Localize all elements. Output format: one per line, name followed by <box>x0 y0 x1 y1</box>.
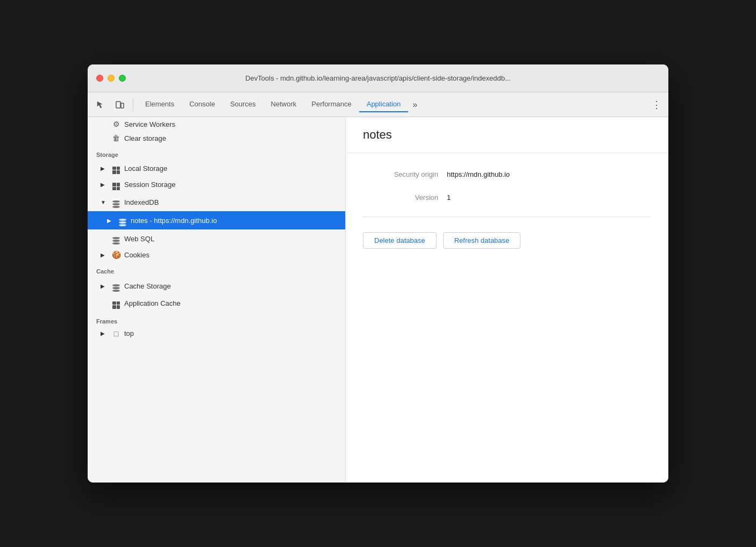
inspect-element-button[interactable] <box>92 96 109 113</box>
svg-rect-0 <box>116 102 120 108</box>
toolbar: Elements Console Sources Network Perform… <box>88 92 668 117</box>
sidebar-item-websql[interactable]: Web SQL <box>88 229 345 248</box>
content-divider <box>363 217 651 217</box>
sidebar-label-top: top <box>124 329 134 337</box>
minimize-button[interactable] <box>108 75 115 82</box>
sidebar-label-app-cache: Application Cache <box>124 299 181 307</box>
section-storage: Storage <box>88 145 345 160</box>
maximize-button[interactable] <box>119 75 126 82</box>
cookie-icon: 🍪 <box>111 250 121 259</box>
grid-icon <box>111 163 121 174</box>
devtools-menu-button[interactable]: ⋮ <box>649 97 664 112</box>
sidebar: ⚙ Service Workers 🗑 Clear storage Storag… <box>88 117 346 483</box>
sidebar-label-indexeddb: IndexedDB <box>124 198 159 206</box>
sidebar-label-websql: Web SQL <box>124 235 154 243</box>
chevron-right-icon: ▶ <box>101 165 108 171</box>
security-origin-value: https://mdn.github.io <box>447 170 510 178</box>
chevron-right-icon: ▶ <box>101 252 108 258</box>
svg-rect-1 <box>121 103 124 108</box>
sidebar-item-clear-storage[interactable]: 🗑 Clear storage <box>88 131 345 145</box>
database-icon <box>111 279 121 292</box>
chevron-right-icon: ▶ <box>101 330 108 336</box>
sidebar-label-clear-storage: Clear storage <box>124 134 166 142</box>
version-value: 1 <box>447 193 451 201</box>
content-header: notes <box>346 117 668 153</box>
section-frames: Frames <box>88 312 345 327</box>
sidebar-item-notes-db[interactable]: ▶ notes - https://mdn.github.io <box>88 211 345 229</box>
sidebar-label-cache-storage: Cache Storage <box>124 282 171 290</box>
sidebar-item-app-cache[interactable]: Application Cache <box>88 295 345 312</box>
database-icon <box>111 232 121 245</box>
security-origin-row: Security origin https://mdn.github.io <box>363 170 651 178</box>
delete-database-button[interactable]: Delete database <box>363 232 437 249</box>
tab-network[interactable]: Network <box>263 97 304 112</box>
sidebar-item-session-storage[interactable]: ▶ Session Storage <box>88 177 345 193</box>
content-title: notes <box>363 128 651 142</box>
tab-performance[interactable]: Performance <box>304 97 359 112</box>
window-title: DevTools - mdn.github.io/learning-area/j… <box>245 74 511 82</box>
refresh-database-button[interactable]: Refresh database <box>443 232 521 249</box>
tab-elements[interactable]: Elements <box>138 97 182 112</box>
chevron-right-icon: ▶ <box>107 218 115 224</box>
trash-icon: 🗑 <box>111 134 121 142</box>
tab-bar: Elements Console Sources Network Perform… <box>138 97 645 112</box>
tab-application[interactable]: Application <box>359 97 409 112</box>
version-row: Version 1 <box>363 193 651 201</box>
devtools-window: DevTools - mdn.github.io/learning-area/j… <box>88 64 668 483</box>
grid-icon <box>111 179 121 191</box>
device-icon <box>115 100 125 110</box>
sidebar-label-notes-db: notes - https://mdn.github.io <box>131 217 217 225</box>
content-panel: notes Security origin https://mdn.github… <box>346 117 668 483</box>
title-bar: DevTools - mdn.github.io/learning-area/j… <box>88 64 668 92</box>
security-origin-label: Security origin <box>363 170 438 178</box>
sidebar-item-cookies[interactable]: ▶ 🍪 Cookies <box>88 248 345 262</box>
sidebar-item-indexeddb[interactable]: ▼ IndexedDB <box>88 193 345 211</box>
more-tabs-button[interactable]: » <box>408 98 422 112</box>
toolbar-divider <box>133 98 133 111</box>
version-label: Version <box>363 193 438 201</box>
grid-icon <box>111 298 121 309</box>
main-layout: ⚙ Service Workers 🗑 Clear storage Storag… <box>88 117 668 483</box>
frame-icon: □ <box>111 329 121 338</box>
sidebar-item-cache-storage[interactable]: ▶ Cache Storage <box>88 277 345 295</box>
sidebar-label-service-workers: Service Workers <box>124 120 175 128</box>
sidebar-item-local-storage[interactable]: ▶ Local Storage <box>88 160 345 177</box>
database-icon <box>111 196 121 208</box>
tab-sources[interactable]: Sources <box>223 97 263 112</box>
tab-console[interactable]: Console <box>182 97 223 112</box>
traffic-lights <box>96 75 126 82</box>
gear-icon: ⚙ <box>111 120 121 128</box>
cursor-icon <box>96 100 105 110</box>
content-body: Security origin https://mdn.github.io Ve… <box>346 153 668 483</box>
action-buttons: Delete database Refresh database <box>363 232 651 249</box>
sidebar-label-local-storage: Local Storage <box>124 164 167 172</box>
sidebar-item-top-frame[interactable]: ▶ □ top <box>88 327 345 341</box>
database-icon <box>118 214 127 227</box>
chevron-down-icon: ▼ <box>101 199 108 205</box>
section-cache: Cache <box>88 262 345 277</box>
chevron-right-icon: ▶ <box>101 283 108 289</box>
device-toggle-button[interactable] <box>111 96 129 113</box>
chevron-right-icon: ▶ <box>101 182 108 188</box>
sidebar-item-service-workers[interactable]: ⚙ Service Workers <box>88 117 345 131</box>
sidebar-label-cookies: Cookies <box>124 251 149 259</box>
sidebar-label-session-storage: Session Storage <box>124 181 175 189</box>
close-button[interactable] <box>96 75 103 82</box>
